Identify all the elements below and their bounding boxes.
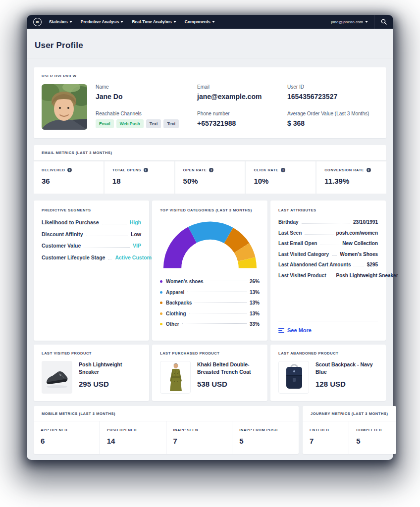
field-email: Email jane@example.com (197, 84, 287, 102)
brand-logo[interactable]: In (33, 18, 42, 26)
field-phone: Phone number +657321988 (197, 111, 287, 130)
card-title: PREDICTIVE SEGMENTS (42, 208, 141, 212)
metric-cell-inapp-seen: INAPP SEEN 7 (166, 421, 233, 454)
channel-badge-web-push: Web Push (116, 119, 144, 128)
card-title: USER OVERVIEW (42, 74, 378, 78)
metric-cell-completed: COMPLETED 5 (349, 421, 396, 454)
page-content: User Profile USER OVERVIEW (27, 29, 393, 460)
card-title: JOURNEY METRICS (LAST 3 MONTHS) (311, 411, 388, 416)
card-title: EMAIL METRICS (LAST 3 MONTHS) (42, 151, 378, 155)
segment-label: Customer Lifecycle Stage (42, 254, 105, 260)
field-label: Reachable Channels (96, 111, 197, 116)
dotted-leader (187, 292, 247, 292)
info-icon[interactable] (67, 168, 72, 172)
card-title: MOBILE METRICS (LAST 3 MONTHS) (42, 411, 291, 416)
legend-value: 13% (250, 311, 260, 316)
segment-row: Discount AffinityLow (42, 231, 141, 237)
attribute-row: Last Email OpenNew Collection (278, 241, 378, 246)
top-visited-categories-card: TOP VISITED CATEGORIES (LAST 3 MONTHS) W… (152, 201, 267, 341)
info-icon[interactable] (281, 168, 285, 172)
field-label: Average Order Value (Last 3 Months) (287, 111, 378, 116)
metric-cell-entered: ENTERED 7 (303, 421, 349, 454)
legend-label: Apparel (166, 290, 184, 295)
metric-label: INAPP SEEN (173, 428, 198, 432)
legend-row: Women's shoes26% (160, 279, 260, 284)
segment-value: High (130, 219, 141, 225)
legend-dot (160, 291, 162, 294)
segment-row: Likelihood to PurchaseHigh (42, 219, 141, 225)
segment-value: Active Customer (115, 254, 156, 260)
chevron-down-icon (69, 21, 72, 23)
user-avatar (42, 84, 87, 130)
metric-label: APP OPENED (41, 428, 67, 432)
attribute-label: Last Abandoned Cart Amounts (278, 262, 351, 267)
dotted-leader (84, 247, 130, 248)
card-title: LAST VISITED PRODUCT (42, 351, 141, 355)
attribute-value: Women's Shoes (340, 252, 378, 257)
legend-row: Apparel13% (160, 290, 260, 295)
search-button[interactable] (374, 15, 393, 29)
nav-item-components[interactable]: Components (185, 19, 215, 24)
metric-tile-click-rate: CLICK RATE 10% (246, 161, 315, 194)
attribute-label: Last Email Open (278, 241, 317, 246)
chevron-down-icon (212, 21, 215, 23)
product-image-trench-coat (160, 361, 191, 394)
account-menu[interactable]: jane@janedo.com (331, 20, 368, 24)
dotted-leader (207, 281, 247, 281)
attribute-label: Last Visited Category (278, 252, 329, 257)
attribute-row: Last Visited CategoryWomen's Shoes (278, 252, 378, 257)
nav-item-predictive-analysis[interactable]: Predictive Analysis (81, 19, 124, 24)
metric-tile-open-rate: OPEN RATE 50% (175, 161, 245, 194)
info-icon[interactable] (209, 168, 213, 172)
chevron-down-icon (365, 21, 368, 23)
page-header: User Profile (27, 29, 393, 58)
phone-value: +657321988 (197, 119, 287, 127)
see-more-link[interactable]: See More (278, 321, 378, 333)
attribute-row: Birthday23/10/1991 (278, 219, 378, 225)
dotted-leader (329, 277, 333, 277)
metric-label: ENTERED (310, 428, 329, 432)
info-icon[interactable] (367, 168, 371, 172)
legend-row: Clothing13% (160, 311, 260, 316)
legend-label: Women's shoes (166, 279, 204, 284)
field-average-order-value: Average Order Value (Last 3 Months) $ 36… (287, 111, 378, 130)
attribute-row: Last Seenposh.com/women (278, 230, 378, 236)
nav-item-real-time-analytics[interactable]: Real-Time Analytics (132, 19, 176, 24)
dotted-leader (102, 224, 127, 224)
dotted-leader (305, 234, 333, 235)
nav-item-label: Real-Time Analytics (132, 19, 171, 24)
metric-value: 50% (183, 177, 237, 185)
metric-label: OPEN RATE (183, 168, 207, 172)
chevron-down-icon (173, 21, 176, 23)
legend-row: Backpacks13% (160, 300, 260, 305)
segment-value: VIP (133, 243, 141, 249)
channel-badge-email: Email (96, 119, 114, 128)
attribute-value: New Collection (342, 241, 378, 246)
product-name: Scout Backpack - Navy Blue (315, 361, 378, 375)
last-attributes-card: LAST ATTRIBUTES Birthday23/10/1991 Last … (270, 201, 386, 341)
attribute-value: 23/10/1991 (353, 219, 378, 225)
field-name: Name Jane Do (96, 84, 197, 102)
metric-label: INAPP FROM PUSH (239, 428, 277, 432)
attribute-row: Last Visited ProductPosh Lightweight Sne… (278, 273, 378, 278)
metric-value: 36 (42, 177, 96, 185)
product-price: 128 USD (315, 380, 378, 388)
card-title: LAST PURCHASED PRODUCT (160, 351, 260, 355)
info-icon[interactable] (144, 168, 148, 172)
email-metrics-section: EMAIL METRICS (LAST 3 MONTHS) DELIVERED … (34, 145, 386, 194)
metric-value: 14 (107, 437, 159, 445)
nav-item-statistics[interactable]: Statistics (49, 19, 72, 24)
dotted-leader (189, 313, 247, 313)
top-navbar: In Statistics Predictive Analysis Real-T… (27, 15, 393, 29)
segment-row: Customer ValueVIP (42, 243, 141, 249)
legend-row: Other33% (160, 321, 260, 327)
last-visited-product-card: LAST VISITED PRODUCT Posh Lightweight Sn… (34, 345, 149, 401)
last-purchased-product-card: LAST PURCHASED PRODUCT (152, 345, 267, 401)
segment-label: Likelihood to Purchase (42, 219, 99, 225)
attribute-value: Posh Lightweight Sneaker (336, 273, 398, 278)
user-email-value: jane@example.com (197, 93, 287, 101)
journey-metrics-card: JOURNEY METRICS (LAST 3 MONTHS) ENTERED … (303, 406, 396, 454)
segment-row: Customer Lifecycle StageActive Customer (42, 254, 141, 260)
metric-cell-inapp-from-push: INAPP FROM PUSH 5 (232, 421, 299, 454)
dotted-leader (354, 266, 364, 266)
